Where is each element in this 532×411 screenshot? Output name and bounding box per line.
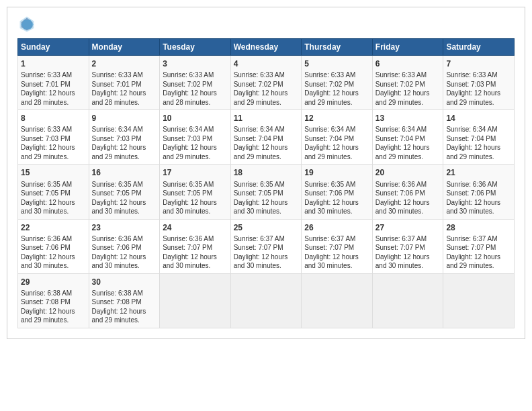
sunset-text: Sunset: 7:07 PM xyxy=(234,244,283,251)
daylight-text: Daylight: 12 hours and 29 minutes. xyxy=(21,144,75,161)
daylight-text: Daylight: 12 hours and 28 minutes. xyxy=(92,89,146,106)
day-cell: 13Sunrise: 6:34 AMSunset: 7:04 PMDayligh… xyxy=(372,110,443,165)
day-number: 16 xyxy=(92,167,157,178)
daylight-text: Daylight: 12 hours and 30 minutes. xyxy=(375,253,430,270)
sunset-text: Sunset: 7:02 PM xyxy=(234,81,283,88)
daylight-text: Daylight: 12 hours and 29 minutes. xyxy=(446,144,500,161)
day-number: 11 xyxy=(234,113,299,124)
day-cell: 8Sunrise: 6:33 AMSunset: 7:03 PMDaylight… xyxy=(18,110,89,165)
day-cell xyxy=(160,273,231,328)
sunrise-text: Sunrise: 6:36 AM xyxy=(163,235,214,242)
day-cell: 23Sunrise: 6:36 AMSunset: 7:06 PMDayligh… xyxy=(89,219,160,273)
sunrise-text: Sunrise: 6:34 AM xyxy=(92,126,143,133)
daylight-text: Daylight: 12 hours and 30 minutes. xyxy=(21,253,75,270)
sunset-text: Sunset: 7:01 PM xyxy=(21,81,71,88)
col-header-friday: Friday xyxy=(372,39,443,56)
sunrise-text: Sunrise: 6:35 AM xyxy=(21,181,72,188)
sunrise-text: Sunrise: 6:36 AM xyxy=(92,235,143,242)
calendar-table: SundayMondayTuesdayWednesdayThursdayFrid… xyxy=(17,38,515,328)
day-number: 30 xyxy=(92,277,157,287)
day-cell: 15Sunrise: 6:35 AMSunset: 7:05 PMDayligh… xyxy=(18,165,89,219)
day-cell: 20Sunrise: 6:36 AMSunset: 7:06 PMDayligh… xyxy=(372,165,443,219)
sunrise-text: Sunrise: 6:37 AM xyxy=(234,235,285,242)
daylight-text: Daylight: 12 hours and 28 minutes. xyxy=(163,89,217,106)
daylight-text: Daylight: 12 hours and 30 minutes. xyxy=(375,199,430,216)
sunrise-text: Sunrise: 6:35 AM xyxy=(304,181,355,188)
day-number: 14 xyxy=(446,113,511,124)
daylight-text: Daylight: 12 hours and 30 minutes. xyxy=(304,199,359,216)
sunset-text: Sunset: 7:02 PM xyxy=(375,81,425,88)
day-number: 22 xyxy=(21,222,86,233)
day-number: 5 xyxy=(304,58,369,69)
day-cell: 28Sunrise: 6:37 AMSunset: 7:07 PMDayligh… xyxy=(443,219,515,273)
day-cell xyxy=(230,273,302,328)
day-cell: 21Sunrise: 6:36 AMSunset: 7:06 PMDayligh… xyxy=(443,165,515,219)
daylight-text: Daylight: 12 hours and 29 minutes. xyxy=(92,144,146,161)
week-row-5: 29Sunrise: 6:38 AMSunset: 7:08 PMDayligh… xyxy=(18,273,515,328)
day-number: 19 xyxy=(304,167,369,178)
week-row-3: 15Sunrise: 6:35 AMSunset: 7:05 PMDayligh… xyxy=(18,165,515,219)
daylight-text: Daylight: 12 hours and 30 minutes. xyxy=(304,253,359,270)
daylight-text: Daylight: 12 hours and 30 minutes. xyxy=(92,199,146,216)
sunset-text: Sunset: 7:06 PM xyxy=(375,189,425,197)
sunset-text: Sunset: 7:06 PM xyxy=(446,189,496,197)
day-cell xyxy=(372,273,443,328)
daylight-text: Daylight: 12 hours and 30 minutes. xyxy=(234,253,288,270)
sunset-text: Sunset: 7:04 PM xyxy=(446,135,496,142)
week-row-4: 22Sunrise: 6:36 AMSunset: 7:06 PMDayligh… xyxy=(18,219,515,273)
day-cell: 16Sunrise: 6:35 AMSunset: 7:05 PMDayligh… xyxy=(89,165,160,219)
day-cell: 2Sunrise: 6:33 AMSunset: 7:01 PMDaylight… xyxy=(89,56,160,110)
day-cell xyxy=(443,273,515,328)
sunrise-text: Sunrise: 6:38 AM xyxy=(21,289,72,297)
sunrise-text: Sunrise: 6:34 AM xyxy=(163,126,214,133)
sunset-text: Sunset: 7:03 PM xyxy=(21,135,71,142)
week-row-2: 8Sunrise: 6:33 AMSunset: 7:03 PMDaylight… xyxy=(18,110,515,165)
day-cell: 10Sunrise: 6:34 AMSunset: 7:03 PMDayligh… xyxy=(160,110,231,165)
sunset-text: Sunset: 7:08 PM xyxy=(92,298,142,306)
col-header-sunday: Sunday xyxy=(18,39,89,56)
sunrise-text: Sunrise: 6:36 AM xyxy=(21,235,72,242)
sunrise-text: Sunrise: 6:33 AM xyxy=(446,71,497,79)
day-cell: 6Sunrise: 6:33 AMSunset: 7:02 PMDaylight… xyxy=(372,56,443,110)
daylight-text: Daylight: 12 hours and 30 minutes. xyxy=(163,199,217,216)
calendar-page: SundayMondayTuesdayWednesdayThursdayFrid… xyxy=(7,7,525,339)
sunset-text: Sunset: 7:05 PM xyxy=(21,189,71,197)
sunset-text: Sunset: 7:06 PM xyxy=(92,244,142,251)
day-cell: 27Sunrise: 6:37 AMSunset: 7:07 PMDayligh… xyxy=(372,219,443,273)
sunset-text: Sunset: 7:03 PM xyxy=(92,135,142,142)
sunset-text: Sunset: 7:04 PM xyxy=(375,135,425,142)
day-cell: 14Sunrise: 6:34 AMSunset: 7:04 PMDayligh… xyxy=(443,110,515,165)
day-cell: 25Sunrise: 6:37 AMSunset: 7:07 PMDayligh… xyxy=(230,219,302,273)
sunset-text: Sunset: 7:05 PM xyxy=(163,189,212,197)
day-number: 15 xyxy=(21,167,86,178)
sunrise-text: Sunrise: 6:33 AM xyxy=(21,126,72,133)
sunrise-text: Sunrise: 6:35 AM xyxy=(163,181,214,188)
sunrise-text: Sunrise: 6:37 AM xyxy=(375,235,427,242)
day-number: 27 xyxy=(375,222,441,233)
daylight-text: Daylight: 12 hours and 29 minutes. xyxy=(375,144,430,161)
day-number: 3 xyxy=(163,58,228,69)
daylight-text: Daylight: 12 hours and 29 minutes. xyxy=(234,89,288,106)
day-number: 12 xyxy=(304,113,369,124)
sunrise-text: Sunrise: 6:35 AM xyxy=(234,181,285,188)
day-number: 4 xyxy=(234,58,299,69)
day-number: 1 xyxy=(21,58,86,69)
sunrise-text: Sunrise: 6:33 AM xyxy=(375,71,427,79)
sunset-text: Sunset: 7:07 PM xyxy=(446,244,496,251)
daylight-text: Daylight: 12 hours and 29 minutes. xyxy=(234,144,288,161)
sunset-text: Sunset: 7:01 PM xyxy=(92,81,142,88)
sunrise-text: Sunrise: 6:37 AM xyxy=(304,235,355,242)
sunrise-text: Sunrise: 6:34 AM xyxy=(375,126,427,133)
calendar-header-row: SundayMondayTuesdayWednesdayThursdayFrid… xyxy=(18,39,515,56)
sunset-text: Sunset: 7:06 PM xyxy=(304,189,354,197)
day-cell: 30Sunrise: 6:38 AMSunset: 7:08 PMDayligh… xyxy=(89,273,160,328)
day-cell: 5Sunrise: 6:33 AMSunset: 7:02 PMDaylight… xyxy=(302,56,373,110)
col-header-monday: Monday xyxy=(89,39,160,56)
day-cell: 18Sunrise: 6:35 AMSunset: 7:05 PMDayligh… xyxy=(230,165,302,219)
day-number: 18 xyxy=(234,167,299,178)
day-number: 25 xyxy=(234,222,299,233)
sunset-text: Sunset: 7:07 PM xyxy=(375,244,425,251)
day-number: 28 xyxy=(446,222,511,233)
day-cell: 3Sunrise: 6:33 AMSunset: 7:02 PMDaylight… xyxy=(160,56,231,110)
week-row-1: 1Sunrise: 6:33 AMSunset: 7:01 PMDaylight… xyxy=(18,56,515,110)
